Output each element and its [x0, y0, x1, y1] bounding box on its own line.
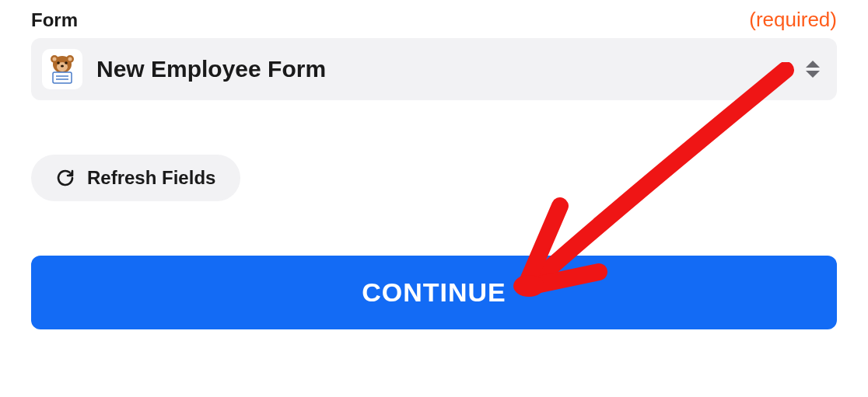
field-label: Form [31, 9, 78, 31]
field-label-row: Form (required) [31, 8, 837, 32]
svg-point-4 [68, 57, 72, 61]
svg-point-7 [65, 61, 68, 64]
svg-point-3 [53, 57, 57, 61]
continue-button-label: CONTINUE [362, 277, 506, 307]
svg-rect-9 [53, 72, 72, 83]
refresh-button-label: Refresh Fields [87, 167, 215, 189]
svg-point-8 [61, 65, 64, 68]
wpforms-bear-icon [42, 49, 82, 89]
svg-point-6 [57, 61, 60, 64]
form-select[interactable]: New Employee Form [31, 38, 837, 100]
form-select-value: New Employee Form [96, 56, 792, 82]
chevron-up-down-icon [806, 61, 820, 78]
refresh-fields-button[interactable]: Refresh Fields [31, 155, 240, 201]
refresh-icon [56, 169, 75, 187]
continue-button[interactable]: CONTINUE [31, 256, 837, 329]
required-tag: (required) [749, 8, 837, 32]
